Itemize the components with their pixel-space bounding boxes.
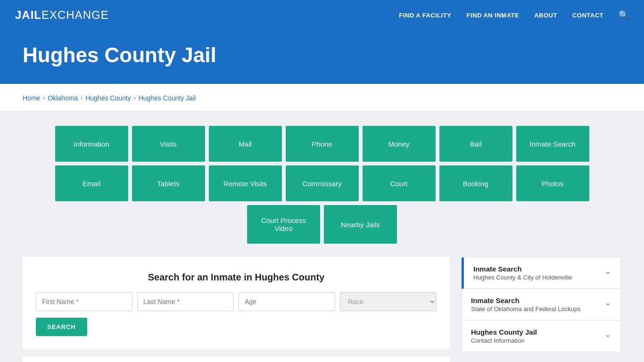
tile-tablets[interactable]: Tablets (132, 165, 205, 201)
breadcrumb-oklahoma[interactable]: Oklahoma (48, 94, 78, 102)
tile-court[interactable]: Court (363, 165, 436, 201)
sidebar-item-title-3: Hughes County Jail (471, 328, 537, 336)
nav-find-facility[interactable]: FIND A FACILITY (399, 12, 451, 19)
breadcrumb-hughes-county[interactable]: Hughes County (85, 94, 131, 102)
sidebar-item-title-2: Inmate Search (471, 296, 581, 304)
chevron-down-icon-1: ⌄ (604, 266, 611, 276)
tile-email[interactable]: Email (55, 165, 128, 201)
info-section: Hughes County Jail Information (23, 357, 450, 362)
tiles-row-2: Email Tablets Remote Visits Commissary C… (55, 165, 589, 201)
first-name-input[interactable] (36, 292, 132, 311)
sidebar-item-sub-1: Hughes County & City of Holdenville (473, 274, 572, 281)
chevron-down-icon-3: ⌄ (604, 329, 611, 339)
hero-section: Hughes County Jail (0, 30, 644, 84)
logo-exchange: EXCHANGE (41, 8, 109, 22)
nav-contact[interactable]: CONTACT (572, 12, 603, 19)
tile-commissary[interactable]: Commissary (286, 165, 359, 201)
sidebar-item-contact-info[interactable]: Hughes County Jail Contact Information ⌄ (462, 321, 621, 352)
tile-phone[interactable]: Phone (286, 126, 359, 162)
sidebar-item-sub-3: Contact Information (471, 337, 537, 344)
last-name-input[interactable] (137, 292, 234, 311)
tile-money[interactable]: Money (363, 126, 436, 162)
sidebar-item-text-1: Inmate Search Hughes County & City of Ho… (473, 265, 572, 281)
inmate-search-card: Search for an Inmate in Hughes County Ra… (23, 257, 450, 349)
sidebar-item-text-3: Hughes County Jail Contact Information (471, 328, 537, 344)
breadcrumb-bar: Home › Oklahoma › Hughes County › Hughes… (0, 87, 644, 112)
nav-about[interactable]: ABOUT (534, 12, 557, 19)
tiles-row-1: Information Visits Mail Phone Money Bail… (55, 126, 589, 162)
left-column: Search for an Inmate in Hughes County Ra… (23, 257, 450, 362)
sidebar-item-sub-2: State of Oklahoma and Federal Lockups (471, 305, 581, 313)
search-fields: Race White Black Hispanic Asian Other (36, 292, 437, 311)
nav-links: FIND A FACILITY FIND AN INMATE ABOUT CON… (399, 10, 629, 20)
page-title: Hughes County Jail (23, 43, 621, 67)
tile-visits[interactable]: Visits (132, 126, 205, 162)
tiles-row-3: Court Process Video Nearby Jails (247, 205, 397, 244)
tile-information[interactable]: Information (55, 126, 128, 162)
tiles-container: Information Visits Mail Phone Money Bail… (23, 126, 621, 244)
main-area: Information Visits Mail Phone Money Bail… (0, 112, 644, 362)
nav-find-inmate[interactable]: FIND AN INMATE (466, 12, 519, 19)
breadcrumb-sep-2: › (81, 95, 83, 101)
tile-booking[interactable]: Booking (439, 165, 512, 201)
tile-remote-visits[interactable]: Remote Visits (209, 165, 282, 201)
content-grid: Search for an Inmate in Hughes County Ra… (23, 257, 621, 362)
tile-court-process-video[interactable]: Court Process Video (247, 205, 320, 244)
tile-nearby-jails[interactable]: Nearby Jails (324, 205, 397, 244)
navbar: JAIL EXCHANGE FIND A FACILITY FIND AN IN… (0, 0, 644, 30)
breadcrumb-sep-1: › (43, 95, 45, 101)
breadcrumb-home[interactable]: Home (23, 94, 40, 102)
race-select[interactable]: Race White Black Hispanic Asian Other (340, 292, 437, 311)
tile-bail[interactable]: Bail (439, 126, 512, 162)
breadcrumb-hughes-county-jail[interactable]: Hughes County Jail (139, 94, 196, 102)
breadcrumb-sep-3: › (134, 95, 136, 101)
chevron-down-icon-2: ⌄ (604, 297, 611, 308)
tile-mail[interactable]: Mail (209, 126, 282, 162)
sidebar: Inmate Search Hughes County & City of Ho… (461, 257, 621, 352)
inmate-search-title: Search for an Inmate in Hughes County (36, 272, 437, 283)
tile-photos[interactable]: Photos (516, 165, 589, 201)
sidebar-item-text-2: Inmate Search State of Oklahoma and Fede… (471, 296, 581, 313)
breadcrumb: Home › Oklahoma › Hughes County › Hughes… (23, 94, 621, 102)
site-logo[interactable]: JAIL EXCHANGE (15, 8, 109, 22)
logo-jail: JAIL (15, 8, 41, 22)
search-icon[interactable]: 🔍 (619, 10, 629, 20)
sidebar-item-inmate-search-county[interactable]: Inmate Search Hughes County & City of Ho… (462, 257, 621, 289)
sidebar-item-title-1: Inmate Search (473, 265, 572, 273)
tile-inmate-search[interactable]: Inmate Search (516, 126, 589, 162)
sidebar-item-inmate-search-state[interactable]: Inmate Search State of Oklahoma and Fede… (462, 289, 621, 321)
age-input[interactable] (239, 292, 335, 311)
search-button[interactable]: SEARCH (36, 318, 87, 336)
